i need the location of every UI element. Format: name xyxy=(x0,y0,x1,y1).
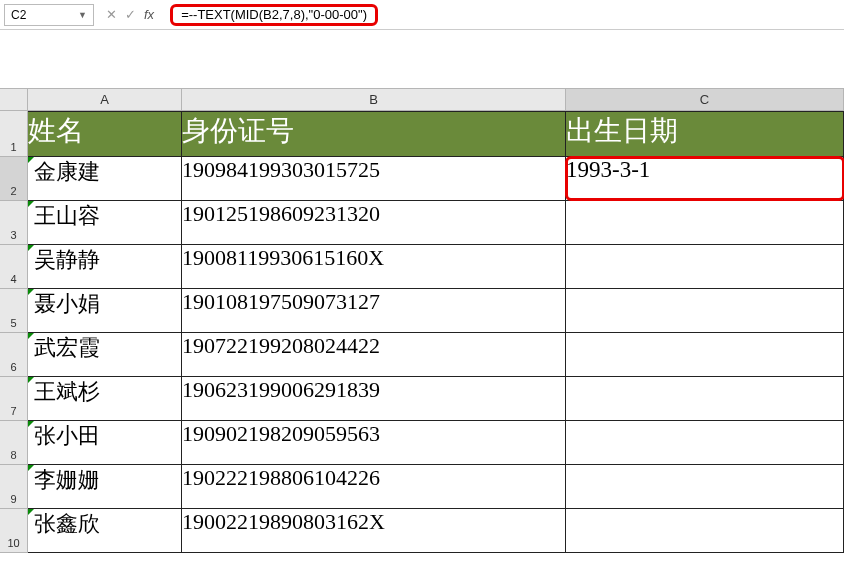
cell-a5[interactable]: 聂小娟 xyxy=(28,289,182,333)
cell-c8[interactable] xyxy=(566,421,844,465)
fx-icon[interactable]: fx xyxy=(144,7,158,22)
cell-b9[interactable]: 190222198806104226 xyxy=(182,465,566,509)
cell-c4[interactable] xyxy=(566,245,844,289)
cell-a9[interactable]: 李姗姗 xyxy=(28,465,182,509)
formula-expand-area xyxy=(0,30,844,88)
cell-c2[interactable]: 1993-3-1 xyxy=(566,157,844,201)
cell-a2[interactable]: 金康建 xyxy=(28,157,182,201)
cancel-icon[interactable]: ✕ xyxy=(106,7,117,22)
row-header-9[interactable]: 9 xyxy=(0,465,28,509)
cell-c9[interactable] xyxy=(566,465,844,509)
row-header-10[interactable]: 10 xyxy=(0,509,28,553)
header-id[interactable]: 身份证号 xyxy=(182,111,566,157)
row-header-2[interactable]: 2 xyxy=(0,157,28,201)
cell-b10[interactable]: 19002219890803162X xyxy=(182,509,566,553)
header-name[interactable]: 姓名 xyxy=(28,111,182,157)
cell-b7[interactable]: 190623199006291839 xyxy=(182,377,566,421)
cell-b6[interactable]: 190722199208024422 xyxy=(182,333,566,377)
column-header-b[interactable]: B xyxy=(182,89,566,111)
formula-bar: C2 ▼ ✕ ✓ fx =--TEXT(MID(B2,7,8),"0-00-00… xyxy=(0,0,844,30)
row-header-5[interactable]: 5 xyxy=(0,289,28,333)
name-box[interactable]: C2 ▼ xyxy=(4,4,94,26)
name-box-value: C2 xyxy=(11,8,26,22)
column-header-c[interactable]: C xyxy=(566,89,844,111)
cell-c5[interactable] xyxy=(566,289,844,333)
row-header-4[interactable]: 4 xyxy=(0,245,28,289)
chevron-down-icon[interactable]: ▼ xyxy=(78,10,87,20)
cell-c7[interactable] xyxy=(566,377,844,421)
header-date[interactable]: 出生日期 xyxy=(566,111,844,157)
row-header-3[interactable]: 3 xyxy=(0,201,28,245)
cell-a7[interactable]: 王斌杉 xyxy=(28,377,182,421)
cell-c6[interactable] xyxy=(566,333,844,377)
cell-c2-value: 1993-3-1 xyxy=(566,157,650,182)
row-header-7[interactable]: 7 xyxy=(0,377,28,421)
cell-b4[interactable]: 19008119930615160X xyxy=(182,245,566,289)
confirm-icon[interactable]: ✓ xyxy=(125,7,136,22)
cell-a10[interactable]: 张鑫欣 xyxy=(28,509,182,553)
select-all-corner[interactable] xyxy=(0,89,28,111)
cell-a8[interactable]: 张小田 xyxy=(28,421,182,465)
row-header-1[interactable]: 1 xyxy=(0,111,28,157)
cell-b3[interactable]: 190125198609231320 xyxy=(182,201,566,245)
cell-a3[interactable]: 王山容 xyxy=(28,201,182,245)
cell-c3[interactable] xyxy=(566,201,844,245)
row-header-6[interactable]: 6 xyxy=(0,333,28,377)
formula-icons: ✕ ✓ fx xyxy=(98,7,166,22)
formula-text: =--TEXT(MID(B2,7,8),"0-00-00") xyxy=(181,7,367,22)
spreadsheet-grid[interactable]: A B C 1 姓名 身份证号 出生日期 2 金康建 1909841993030… xyxy=(0,88,844,553)
cell-b5[interactable]: 190108197509073127 xyxy=(182,289,566,333)
formula-input[interactable]: =--TEXT(MID(B2,7,8),"0-00-00") xyxy=(170,4,378,26)
cell-b8[interactable]: 190902198209059563 xyxy=(182,421,566,465)
row-header-8[interactable]: 8 xyxy=(0,421,28,465)
cell-b2[interactable]: 190984199303015725 xyxy=(182,157,566,201)
cell-a4[interactable]: 吴静静 xyxy=(28,245,182,289)
cell-a6[interactable]: 武宏霞 xyxy=(28,333,182,377)
cell-c10[interactable] xyxy=(566,509,844,553)
column-header-a[interactable]: A xyxy=(28,89,182,111)
